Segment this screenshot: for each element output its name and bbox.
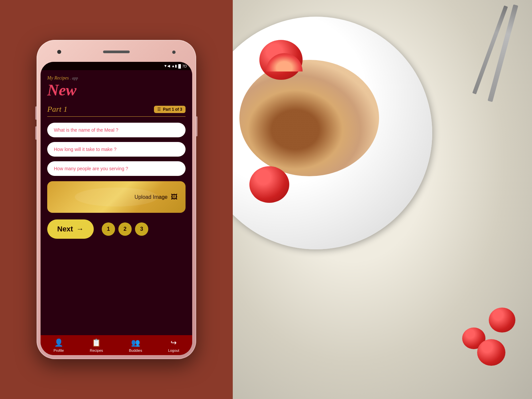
- next-label: Next: [57, 225, 73, 233]
- step-dot-1[interactable]: 1: [102, 222, 115, 236]
- nav-item-profile[interactable]: 👤 Profile: [54, 338, 64, 352]
- brand-name: My Recipes: [47, 75, 69, 80]
- bottom-action-row: Next → 1 2 3: [47, 219, 186, 239]
- part-title: Part 1: [47, 105, 67, 114]
- next-button[interactable]: Next →: [47, 219, 94, 239]
- tomato-small-1: [489, 308, 515, 332]
- buddies-icon: 👥: [131, 338, 140, 347]
- phone-sensor: [172, 51, 176, 54]
- phone-frame: ▼◀ ▲▮ █ 7D My Recipes . app New: [37, 40, 196, 359]
- next-arrow-icon: →: [76, 225, 84, 233]
- app-header: My Recipes . app New: [47, 75, 186, 101]
- recipes-icon: 📋: [92, 338, 101, 347]
- app-brand: My Recipes . app: [47, 75, 186, 81]
- signal-icon: ▲▮: [171, 64, 177, 68]
- part-progress-badge: ☰ Part 1 of 3: [154, 106, 186, 113]
- phone-speaker: [103, 51, 130, 53]
- nav-item-recipes[interactable]: 📋 Recipes: [90, 338, 103, 352]
- wifi-icon: ▼◀: [164, 64, 170, 68]
- left-panel: ▼◀ ▲▮ █ 7D My Recipes . app New: [0, 0, 233, 399]
- brand-suffix: . app: [70, 76, 78, 80]
- status-bar: ▼◀ ▲▮ █ 7D: [41, 62, 192, 70]
- serving-size-input[interactable]: [47, 161, 186, 176]
- part-header: Part 1 ☰ Part 1 of 3: [47, 105, 186, 117]
- profile-icon: 👤: [54, 338, 63, 347]
- status-icons: ▼◀ ▲▮ █ 7D: [164, 64, 187, 68]
- bottom-nav: 👤 Profile 📋 Recipes 👥 Buddies ↪ Logout: [41, 335, 192, 355]
- front-camera: [57, 50, 61, 54]
- page-title: New: [47, 82, 186, 98]
- profile-label: Profile: [54, 348, 64, 352]
- right-panel-food-photo: [233, 0, 532, 399]
- step-dot-2[interactable]: 2: [118, 222, 132, 236]
- upload-image-button[interactable]: Upload Image 🖼: [47, 181, 186, 213]
- step-indicators: 1 2 3: [102, 222, 148, 236]
- recipes-label: Recipes: [90, 348, 103, 352]
- upload-label: Upload Image: [134, 194, 168, 200]
- upload-icon: 🖼: [171, 193, 178, 201]
- logout-icon: ↪: [171, 338, 177, 347]
- phone-top-bar: [41, 44, 192, 61]
- battery-text: 7D: [182, 64, 187, 68]
- buddies-label: Buddies: [129, 348, 142, 352]
- food-background: [233, 0, 532, 399]
- tomato-2: [249, 166, 289, 203]
- volume-down-button: [35, 126, 37, 140]
- app-content: My Recipes . app New Part 1 ☰ Part 1 of …: [41, 70, 192, 335]
- step-dot-3[interactable]: 3: [135, 222, 148, 236]
- power-button: [196, 116, 198, 136]
- nav-item-buddies[interactable]: 👥 Buddies: [129, 338, 142, 352]
- form-fields: [47, 123, 186, 176]
- progress-text: Part 1 of 3: [163, 107, 182, 112]
- battery-icon: █: [178, 64, 181, 68]
- volume-up-button: [35, 106, 37, 120]
- nav-item-logout[interactable]: ↪ Logout: [168, 338, 179, 352]
- cook-time-input[interactable]: [47, 142, 186, 157]
- pasta: [239, 60, 379, 176]
- meal-name-input[interactable]: [47, 123, 186, 137]
- tomato-small-3: [477, 339, 505, 366]
- logout-label: Logout: [168, 348, 179, 352]
- progress-icon: ☰: [157, 107, 161, 112]
- phone-screen: ▼◀ ▲▮ █ 7D My Recipes . app New: [41, 62, 192, 355]
